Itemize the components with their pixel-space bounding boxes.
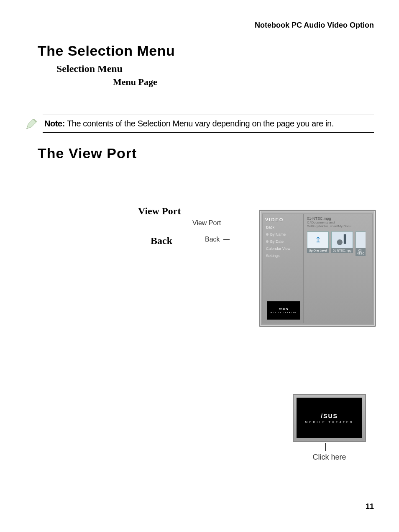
viewport-preview[interactable]: /SUS MOBILE THEATER xyxy=(267,301,300,320)
svg-point-5 xyxy=(337,239,343,245)
thumb-file-1[interactable]: 01-NTSC.mpg xyxy=(331,231,353,256)
svg-rect-4 xyxy=(344,234,346,244)
thumb-image-icon xyxy=(356,231,366,248)
callout-line-vertical xyxy=(325,443,326,451)
sidebar-item-label: By Name xyxy=(270,232,286,236)
callout-click-here: Click here xyxy=(293,453,366,462)
sidebar-item-back[interactable]: Back xyxy=(266,225,301,229)
note-body: The contents of the Selection Menu vary … xyxy=(65,119,334,128)
sidebar-item-label: Back xyxy=(266,225,274,229)
thumb-image-icon xyxy=(331,231,353,248)
sidebar-item-label: Settings xyxy=(266,254,280,258)
content-header: 01-NTSC.mpg C:\Documents and Settings\vi… xyxy=(304,214,372,231)
asus-subtitle: MOBILE THEATER xyxy=(305,421,353,424)
thumb-label: 02-NTSC xyxy=(356,248,366,256)
callout-back: Back xyxy=(205,236,231,243)
thumb-row: ↥ Up One Level 01-NTSC.mpg 02-NTSC xyxy=(304,231,372,256)
note-prefix: Note: xyxy=(44,119,65,128)
viewport-frame[interactable]: /SUS MOBILE THEATER xyxy=(293,394,366,442)
up-arrow-icon: ↥ xyxy=(315,235,321,244)
callout-viewport-label: View Port xyxy=(192,219,221,226)
note-text: Note: The contents of the Selection Menu… xyxy=(43,115,374,133)
sidebar-item-by-date[interactable]: By Date xyxy=(266,239,301,244)
bullet-icon xyxy=(266,240,269,243)
thumb-up-one-level[interactable]: ↥ Up One Level xyxy=(307,231,329,256)
sidebar-item-settings[interactable]: Settings xyxy=(266,254,301,258)
figure-click-here: /SUS MOBILE THEATER Click here xyxy=(293,394,376,462)
current-path: C:\Documents and Settings\victor_shan\My… xyxy=(307,221,369,228)
callout-back-label: Back xyxy=(205,236,220,243)
sidebar-item-label: Calendar View xyxy=(266,247,290,251)
thumb-label: 01-NTSC.mpg xyxy=(331,248,353,253)
sidebar-item-by-name[interactable]: By Name xyxy=(266,232,301,236)
subheading-selection-menu: Selection Menu xyxy=(56,63,374,75)
current-file: 01-NTSC.mpg xyxy=(307,216,369,221)
heading-selection-menu: The Selection Menu xyxy=(38,43,374,59)
pencil-icon xyxy=(25,118,38,130)
asus-logo: /SUS xyxy=(321,413,338,419)
thumb-file-2[interactable]: 02-NTSC xyxy=(356,231,366,256)
content-pane: 01-NTSC.mpg C:\Documents and Settings\vi… xyxy=(304,214,372,323)
asus-logo: /SUS xyxy=(279,307,289,311)
asus-subtitle: MOBILE THEATER xyxy=(271,311,297,314)
sidebar-item-calendar-view[interactable]: Calendar View xyxy=(266,247,301,251)
viewport-screen: /SUS MOBILE THEATER xyxy=(297,398,362,438)
page-number: 11 xyxy=(366,502,374,511)
figure-video-panel: VIDEO Back By Name By Date Calendar View… xyxy=(259,210,376,327)
sidebar-item-label: By Date xyxy=(270,239,284,244)
subheading-menu-page: Menu Page xyxy=(113,77,374,87)
note-block: Note: The contents of the Selection Menu… xyxy=(25,115,374,133)
running-header: Notebook PC Audio Video Option xyxy=(38,21,374,32)
thumb-label: Up One Level xyxy=(307,248,329,253)
svg-rect-3 xyxy=(332,232,353,248)
callout-line xyxy=(223,239,230,240)
heading-view-port: The View Port xyxy=(38,145,374,162)
bullet-icon xyxy=(266,233,269,236)
sidebar-title: VIDEO xyxy=(265,217,301,222)
